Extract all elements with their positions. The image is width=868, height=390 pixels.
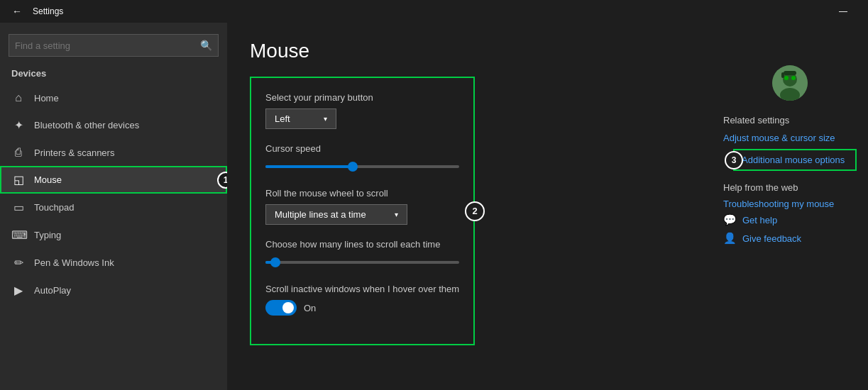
- right-panel: Related settings Adjust mouse & cursor s…: [712, 23, 868, 390]
- mouse-icon: ◱: [11, 173, 26, 186]
- svg-rect-6: [781, 72, 784, 78]
- sidebar-item-mouse[interactable]: ◱ Mouse: [0, 166, 227, 194]
- slider-thumb[interactable]: [348, 162, 358, 172]
- sidebar-item-label: Home: [34, 93, 59, 104]
- cursor-speed-slider[interactable]: [265, 160, 459, 174]
- svg-point-3: [784, 76, 789, 80]
- slider-track: [265, 261, 459, 264]
- primary-button-label: Select your primary button: [265, 92, 459, 103]
- sidebar-item-label: Mouse: [34, 174, 62, 185]
- additional-options-container: 3 Additional mouse options: [733, 149, 857, 171]
- search-input[interactable]: [15, 40, 200, 51]
- cursor-speed-label: Cursor speed: [265, 143, 459, 154]
- additional-options-wrapper: 3 Additional mouse options: [723, 149, 857, 171]
- sidebar-item-label: Typing: [34, 230, 61, 240]
- feedback-link[interactable]: Give feedback: [742, 233, 801, 244]
- sidebar-item-touchpad[interactable]: ▭ Touchpad: [0, 194, 227, 221]
- get-help-icon: 💬: [723, 213, 737, 226]
- additional-options-badge: 3: [725, 151, 743, 169]
- sidebar-item-label: Printers & scanners: [34, 147, 114, 158]
- adjust-mouse-link[interactable]: Adjust mouse & cursor size: [723, 133, 857, 143]
- primary-button-group: Select your primary button Left ▾: [265, 92, 459, 129]
- help-section-title: Help from the web: [723, 182, 857, 193]
- sidebar-item-bluetooth[interactable]: ✦ Bluetooth & other devices: [0, 111, 227, 139]
- autoplay-icon: ▶: [11, 284, 26, 297]
- sidebar-item-autoplay[interactable]: ▶ AutoPlay: [0, 277, 227, 304]
- toggle-knob: [282, 302, 294, 313]
- scroll-type-dropdown[interactable]: Multiple lines at a time ▾: [265, 204, 407, 225]
- pen-icon: ✏: [11, 256, 26, 269]
- chevron-down-icon: ▾: [395, 211, 398, 218]
- sidebar-item-pen[interactable]: ✏ Pen & Windows Ink: [0, 249, 227, 277]
- slider-thumb[interactable]: [270, 257, 280, 267]
- svg-rect-5: [784, 71, 796, 75]
- mouse-settings-wrapper: Select your primary button Left ▾ Cursor…: [250, 77, 475, 345]
- scroll-lines-group: Choose how many lines to scroll each tim…: [265, 239, 459, 269]
- sidebar-item-label: AutoPlay: [34, 285, 71, 296]
- scroll-lines-label: Choose how many lines to scroll each tim…: [265, 239, 459, 250]
- scroll-lines-slider[interactable]: [265, 255, 459, 269]
- titlebar: ← Settings —: [0, 0, 868, 23]
- window-controls: —: [827, 0, 859, 23]
- sidebar: 🔍 Devices ⌂ Home ✦ Bluetooth & other dev…: [0, 23, 227, 390]
- avatar-area: [723, 65, 857, 101]
- slider-fill: [265, 165, 353, 168]
- scroll-type-group: Roll the mouse wheel to scroll Multiple …: [265, 188, 459, 225]
- mouse-settings-panel: Select your primary button Left ▾ Cursor…: [250, 77, 475, 345]
- content-area: Mouse Select your primary button Left ▾ …: [227, 23, 712, 390]
- chevron-down-icon: ▾: [324, 115, 327, 123]
- search-icon[interactable]: 🔍: [200, 40, 212, 51]
- get-help-row: 💬 Get help: [723, 213, 857, 226]
- app-title: Settings: [33, 6, 63, 16]
- slider-track: [265, 165, 459, 168]
- get-help-link[interactable]: Get help: [742, 215, 777, 225]
- sidebar-item-mouse-wrapper: ◱ Mouse 1: [0, 166, 227, 194]
- scroll-type-label: Roll the mouse wheel to scroll: [265, 188, 459, 199]
- sidebar-item-label: Bluetooth & other devices: [34, 120, 139, 130]
- scroll-inactive-label: Scroll inactive windows when I hover ove…: [265, 284, 459, 294]
- typing-icon: ⌨: [11, 228, 26, 242]
- sidebar-item-typing[interactable]: ⌨ Typing: [0, 221, 227, 249]
- feedback-icon: 👤: [723, 232, 737, 245]
- panel-badge: 2: [465, 201, 485, 221]
- sidebar-item-printers[interactable]: ⎙ Printers & scanners: [0, 139, 227, 166]
- scroll-inactive-group: Scroll inactive windows when I hover ove…: [265, 284, 459, 316]
- related-settings-title: Related settings: [723, 115, 857, 126]
- feedback-row: 👤 Give feedback: [723, 232, 857, 245]
- home-icon: ⌂: [11, 91, 26, 104]
- sidebar-item-label: Touchpad: [34, 202, 74, 213]
- back-button[interactable]: ←: [9, 3, 26, 20]
- scroll-type-value: Multiple lines at a time: [275, 209, 366, 220]
- primary-button-dropdown[interactable]: Left ▾: [265, 108, 336, 129]
- sidebar-section-label: Devices: [0, 65, 227, 84]
- primary-button-value: Left: [275, 113, 290, 124]
- touchpad-icon: ▭: [11, 201, 26, 214]
- scroll-inactive-toggle-row: On: [265, 300, 459, 316]
- printer-icon: ⎙: [11, 146, 26, 159]
- scroll-inactive-toggle[interactable]: [265, 300, 297, 316]
- main-layout: 🔍 Devices ⌂ Home ✦ Bluetooth & other dev…: [0, 23, 868, 390]
- additional-options-link[interactable]: Additional mouse options: [742, 155, 848, 165]
- cursor-speed-group: Cursor speed: [265, 143, 459, 174]
- page-title: Mouse: [250, 40, 689, 62]
- minimize-button[interactable]: —: [827, 0, 859, 23]
- sidebar-item-home[interactable]: ⌂ Home: [0, 84, 227, 111]
- svg-point-4: [791, 76, 796, 80]
- bluetooth-icon: ✦: [11, 118, 26, 132]
- toggle-state-label: On: [304, 303, 316, 313]
- sidebar-item-label: Pen & Windows Ink: [34, 257, 114, 268]
- search-box: 🔍: [9, 34, 219, 57]
- troubleshoot-link[interactable]: Troubleshooting my mouse: [723, 199, 857, 209]
- avatar-image: [772, 65, 808, 101]
- avatar: [772, 65, 808, 101]
